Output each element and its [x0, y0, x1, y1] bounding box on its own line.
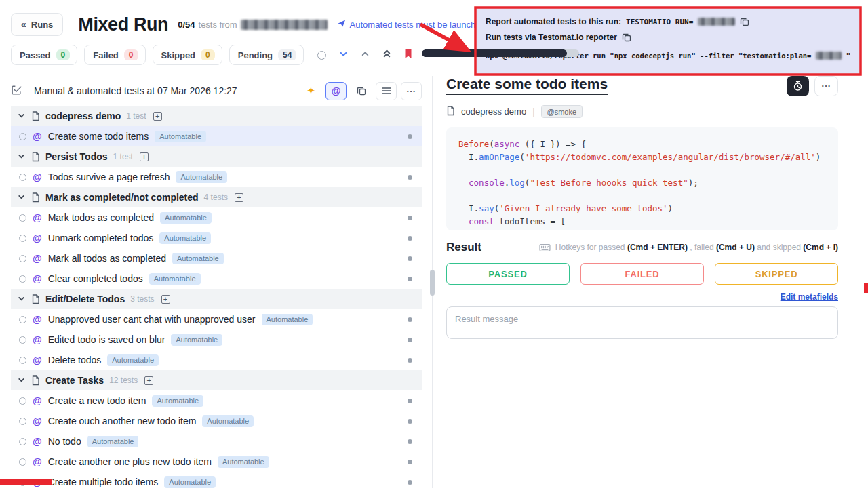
filter-chip-passed[interactable]: Passed0	[11, 45, 77, 65]
test-row[interactable]: @Todos survive a page refreshAutomatable	[11, 167, 422, 187]
status-circle-icon[interactable]	[19, 133, 26, 140]
status-dot[interactable]	[408, 480, 412, 485]
test-title[interactable]: Create ouch another new todo item	[48, 415, 197, 426]
add-test-icon[interactable]: +	[153, 112, 162, 121]
status-circle-icon[interactable]	[19, 316, 26, 323]
test-row[interactable]: @Create a new todo itemAutomatable	[11, 390, 422, 411]
test-title[interactable]: Clear completed todos	[48, 273, 143, 284]
chevron-down-icon[interactable]	[18, 150, 25, 163]
suite-row[interactable]: Edit/Delete Todos3 tests+	[11, 289, 422, 309]
status-circle-icon[interactable]	[19, 397, 26, 405]
chevron-down-icon[interactable]	[18, 110, 25, 122]
filter-chip-skipped[interactable]: Skipped0	[153, 45, 222, 65]
list-view-button[interactable]	[376, 82, 397, 100]
status-dot[interactable]	[408, 460, 412, 464]
tree-scrollbar-thumb[interactable]	[430, 270, 435, 296]
test-row[interactable]: @Clear completed todosAutomatable	[11, 268, 422, 289]
tree-more-button[interactable]: ...	[401, 82, 422, 100]
status-dot[interactable]	[408, 338, 412, 342]
test-title[interactable]: Edited todo is saved on blur	[48, 334, 165, 345]
status-circle-icon[interactable]	[19, 458, 26, 466]
add-test-icon[interactable]: +	[144, 376, 153, 385]
test-row[interactable]: @Create some todo itemsAutomatable	[11, 126, 422, 146]
status-circle-icon[interactable]	[19, 275, 26, 283]
result-message-input[interactable]	[446, 306, 838, 339]
chevron-down-icon[interactable]	[339, 49, 348, 61]
chevron-down-icon[interactable]	[18, 374, 25, 386]
chevron-down-icon[interactable]	[18, 191, 25, 203]
test-title[interactable]: Create another one plus new todo item	[48, 456, 212, 467]
status-circle-icon[interactable]	[19, 174, 26, 181]
test-title[interactable]: Create some todo items	[48, 131, 149, 142]
test-code-block[interactable]: Before(async ({ I }) => { I.amOnPage('ht…	[446, 127, 838, 230]
chevron-down-icon[interactable]	[18, 293, 25, 305]
status-dot[interactable]	[408, 134, 412, 139]
status-circle-icon[interactable]	[19, 479, 26, 486]
suite-row[interactable]: codepress demo1 test+	[11, 106, 422, 126]
add-test-icon[interactable]: +	[140, 152, 149, 161]
status-circle-icon[interactable]	[19, 255, 26, 262]
test-title[interactable]: Mark todos as completed	[48, 212, 154, 223]
copy-reporter-command-button[interactable]	[622, 33, 631, 42]
automated-tests-notice[interactable]: Automated tests must be launched	[337, 19, 486, 30]
suite-row[interactable]: Persist Todos1 test+	[11, 146, 422, 167]
test-row[interactable]: @Create multiple todo itemsAutomatable	[11, 472, 422, 488]
status-dot[interactable]	[408, 236, 412, 241]
timer-button[interactable]	[787, 76, 809, 96]
test-title[interactable]: Todos survive a page refresh	[48, 171, 170, 182]
skipped-button[interactable]: SKIPPED	[715, 263, 838, 285]
test-row[interactable]: @No todoAutomatable	[11, 431, 422, 451]
test-row[interactable]: @Create ouch another new todo itemAutoma…	[11, 411, 422, 431]
suite-row[interactable]: Mark as completed/not completed4 tests+	[11, 187, 422, 207]
detail-more-button[interactable]: ...	[814, 76, 838, 96]
status-circle-icon[interactable]	[19, 357, 26, 364]
status-dot[interactable]	[408, 175, 412, 180]
status-circle-icon[interactable]	[19, 438, 26, 445]
edit-metafields-link[interactable]: Edit metafields	[446, 292, 838, 302]
test-row[interactable]: @Unmark completed todosAutomatable	[11, 228, 422, 248]
suite-breadcrumb[interactable]: codepress demo	[461, 106, 526, 117]
review-checklist-icon[interactable]	[11, 84, 22, 98]
status-dot[interactable]	[408, 419, 412, 424]
add-test-icon[interactable]: +	[235, 193, 243, 202]
failed-button[interactable]: FAILED	[580, 263, 704, 285]
test-title[interactable]: Unapproved user cant chat with unapprove…	[48, 314, 256, 325]
status-dot[interactable]	[408, 317, 412, 322]
status-dot[interactable]	[408, 256, 412, 261]
test-title[interactable]: Mark all todos as completed	[48, 253, 166, 264]
back-to-runs-button[interactable]: « Runs	[11, 13, 63, 36]
status-circle-icon[interactable]	[19, 214, 26, 222]
test-row[interactable]: @Mark todos as completedAutomatable	[11, 207, 422, 228]
test-title[interactable]: Delete todos	[48, 354, 102, 365]
copy-tests-button[interactable]	[351, 82, 372, 100]
suite-row[interactable]: Create Tasks12 tests+	[11, 370, 422, 390]
status-dot[interactable]	[408, 216, 412, 220]
test-row[interactable]: @Mark all todos as completedAutomatable	[11, 248, 422, 268]
bookmark-icon[interactable]	[404, 49, 412, 62]
double-chevron-up-icon[interactable]	[382, 49, 391, 61]
status-circle-icon[interactable]	[19, 336, 26, 344]
passed-button[interactable]: PASSED	[446, 263, 570, 285]
test-row[interactable]: @Unapproved user cant chat with unapprov…	[11, 309, 422, 329]
status-dot[interactable]	[408, 358, 412, 363]
add-test-icon[interactable]: +	[161, 295, 170, 304]
test-row[interactable]: @Edited todo is saved on blurAutomatable	[11, 329, 422, 350]
smoke-tag[interactable]: @smoke	[541, 105, 583, 118]
status-circle-icon[interactable]	[19, 418, 26, 425]
test-detail-title[interactable]: Create some todo items	[446, 76, 608, 95]
test-row[interactable]: @Delete todosAutomatable	[11, 350, 422, 370]
status-dot[interactable]	[408, 277, 412, 281]
status-circle-icon[interactable]	[19, 235, 26, 242]
status-dot[interactable]	[408, 439, 412, 444]
filter-chip-pending[interactable]: Pending54	[229, 45, 304, 65]
automated-filter-button[interactable]: @	[326, 82, 347, 100]
filter-chip-failed[interactable]: Failed0	[84, 45, 145, 65]
chevron-up-icon[interactable]	[361, 49, 370, 61]
ai-sparkle-button[interactable]: ✦	[300, 82, 321, 100]
test-title[interactable]: Create a new todo item	[48, 395, 146, 406]
copy-run-id-button[interactable]	[740, 17, 749, 26]
pending-circle-icon[interactable]	[317, 51, 326, 60]
test-title[interactable]: No todo	[48, 436, 81, 447]
status-dot[interactable]	[408, 399, 412, 403]
test-title[interactable]: Create multiple todo items	[48, 476, 159, 487]
